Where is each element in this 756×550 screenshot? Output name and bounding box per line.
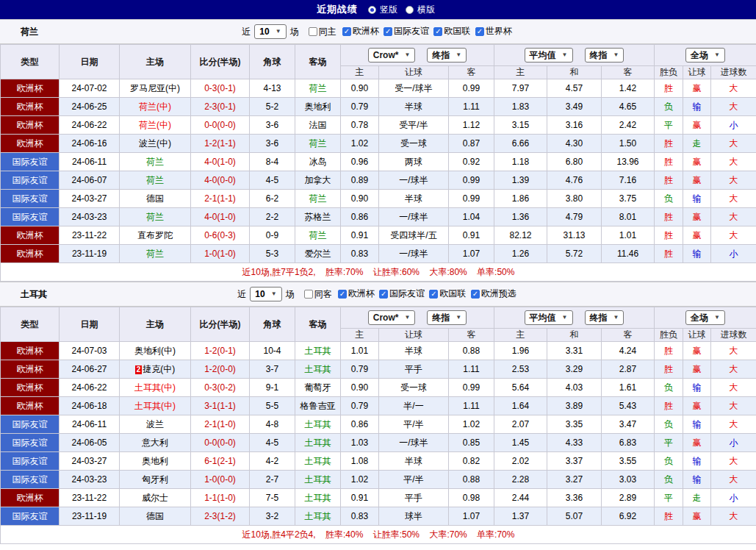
team-name: 荷兰: [21, 20, 38, 43]
result-overunder: 大: [711, 471, 756, 489]
handicap-line: 平/半: [379, 415, 449, 434]
avg-home-odds: 5.64: [494, 379, 547, 397]
home-team-name: 荷兰: [146, 212, 164, 222]
away-team-name: 法国: [309, 120, 327, 130]
final-odds-select-2[interactable]: 终指▼: [585, 310, 624, 325]
home-team: 荷兰: [120, 171, 191, 190]
match-count-select[interactable]: 10▼: [250, 287, 281, 301]
avg-home-odds: 1.86: [494, 190, 547, 208]
handicap-line: 受一/球半: [379, 79, 449, 98]
result-wdl: 胜: [655, 397, 683, 415]
avg-away-odds: 6.92: [602, 507, 655, 526]
league-checkbox[interactable]: [342, 27, 351, 36]
match-date: 24-06-11: [60, 415, 120, 434]
avg-home-odds: 2.44: [494, 489, 547, 507]
final-odds-select[interactable]: 终指▼: [427, 48, 467, 63]
handicap-home-odds: 0.90: [341, 190, 379, 208]
handicap-home-odds: 0.78: [341, 116, 379, 135]
match-row: 欧洲杯 24-06-18 土耳其(中) 3-1(1-1) 5-5 格鲁吉亚 0.…: [1, 397, 756, 415]
match-date: 23-11-22: [60, 489, 120, 507]
avg-draw-odds: 3.29: [547, 360, 602, 379]
result-handicap: 输: [683, 379, 711, 397]
league-filter: 欧国联: [429, 288, 466, 300]
match-date: 24-07-02: [60, 79, 120, 98]
handicap-line: 平手: [379, 489, 449, 507]
match-date: 24-06-18: [60, 397, 120, 415]
handicap-away-odds: 0.92: [449, 153, 494, 171]
avg-away-odds: 1.01: [602, 226, 655, 245]
handicap-away-odds: 1.11: [449, 98, 494, 116]
home-team: 波兰(中): [120, 135, 191, 153]
home-team-name: 捷克(中): [143, 364, 175, 374]
chevron-down-icon: ▼: [271, 289, 277, 299]
away-team: 土耳其: [295, 434, 341, 452]
match-type: 国际友谊: [1, 153, 60, 171]
avg-home-odds: 82.12: [494, 226, 547, 245]
away-team: 土耳其: [295, 507, 341, 526]
handicap-away-odds: 0.88: [449, 471, 494, 489]
result-handicap: 输: [683, 190, 711, 208]
horizontal-layout-radio[interactable]: [406, 6, 414, 14]
corner-score: 10-4: [250, 342, 295, 360]
same-venue-label: 同主: [319, 26, 336, 38]
away-team: 冰岛: [295, 153, 341, 171]
summary-record: 近10场,胜4平2负4,: [242, 529, 316, 540]
avg-away-odds: 4.65: [602, 98, 655, 116]
avg-draw-odds: 3.89: [547, 397, 602, 415]
average-select[interactable]: 平均值▼: [525, 310, 573, 325]
col-type: 类型: [1, 307, 60, 342]
away-team: 土耳其: [295, 342, 341, 360]
league-checkbox[interactable]: [379, 290, 388, 299]
corner-score: 2-7: [250, 471, 295, 489]
match-count-select[interactable]: 10▼: [254, 24, 286, 39]
away-team-name: 荷兰: [309, 83, 327, 93]
match-date: 23-11-19: [60, 507, 120, 526]
result-overunder: 小: [711, 489, 756, 507]
subcol-handicap: 让球: [379, 66, 449, 79]
filter-controls: 近 10▼ 场 同主 欧洲杯 国际友谊: [0, 20, 756, 43]
corner-score: 2-2: [250, 208, 295, 226]
league-checkbox-label: 国际友谊: [394, 25, 429, 38]
chevron-down-icon: ▼: [456, 312, 461, 323]
league-checkbox[interactable]: [338, 290, 347, 299]
handicap-line: 半球: [379, 98, 449, 116]
league-checkbox[interactable]: [433, 27, 442, 36]
same-venue-checkbox[interactable]: [309, 27, 317, 36]
match-row: 欧洲杯 23-11-22 直布罗陀 0-6(0-3) 0-9 荷兰 0.91 受…: [1, 226, 756, 245]
final-odds-select-2[interactable]: 终指▼: [585, 48, 624, 63]
page-title: 近期战绩: [317, 3, 358, 16]
avg-draw-odds: 3.36: [547, 489, 602, 507]
summary-over-rate: 大率:70%: [429, 529, 467, 540]
subcol-home-odds: 主: [341, 66, 379, 79]
handicap-home-odds: 1.03: [341, 434, 379, 452]
handicap-line: 受一球: [379, 379, 449, 397]
match-date: 24-06-11: [60, 153, 120, 171]
handicap-line: 球半: [379, 507, 449, 526]
bookmaker-select[interactable]: Crow*▼: [368, 48, 416, 63]
away-team-name: 奥地利: [305, 101, 331, 112]
league-checkbox[interactable]: [471, 290, 480, 299]
scope-select[interactable]: 全场▼: [685, 310, 725, 325]
avg-away-odds: 11.46: [602, 245, 655, 263]
average-select[interactable]: 平均值▼: [525, 48, 573, 63]
scope-select[interactable]: 全场▼: [685, 48, 725, 63]
handicap-line: 受四球半/五: [379, 226, 449, 245]
league-checkbox[interactable]: [429, 290, 438, 299]
home-team: 土耳其(中): [120, 397, 191, 415]
result-handicap: 赢: [683, 342, 711, 360]
summary-handicap-rate: 让胜率:50%: [373, 529, 420, 540]
match-score: 1-0(0-0): [191, 471, 250, 489]
home-team-name: 土耳其(中): [134, 401, 176, 411]
col-away: 客场: [295, 45, 341, 79]
match-row: 欧洲杯 23-11-19 荷兰 1-0(1-0) 5-3 爱尔兰 0.83 一/…: [1, 245, 756, 263]
result-overunder: 大: [711, 379, 756, 397]
league-checkbox[interactable]: [475, 27, 484, 36]
vertical-layout-radio[interactable]: [368, 6, 376, 14]
league-checkbox[interactable]: [384, 27, 392, 36]
handicap-line: 一/球半: [379, 208, 449, 226]
avg-draw-odds: 5.07: [547, 507, 602, 526]
corner-score: 4-8: [250, 415, 295, 434]
final-odds-select[interactable]: 终指▼: [427, 310, 467, 325]
bookmaker-select[interactable]: Crow*▼: [368, 310, 416, 325]
same-venue-checkbox[interactable]: [304, 290, 313, 299]
